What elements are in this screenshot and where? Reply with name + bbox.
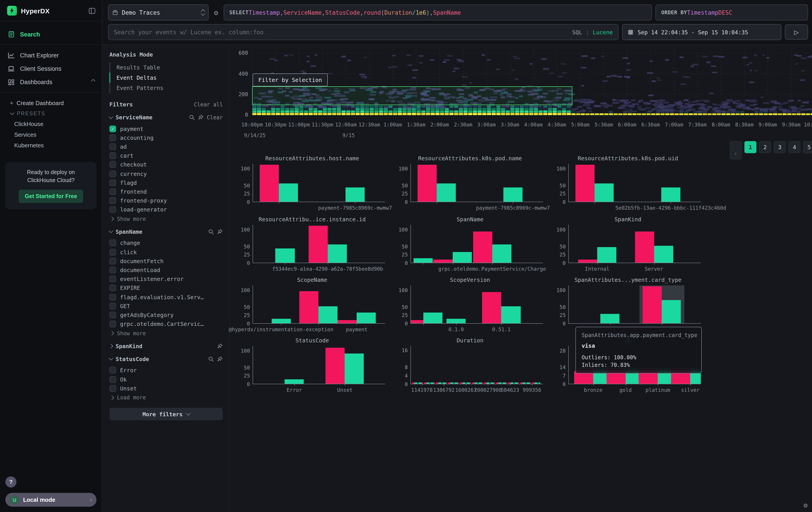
filter-group-name[interactable]: StatusCode [116, 356, 205, 362]
chart-bar-inlier[interactable] [357, 313, 376, 323]
filter-option-documentload[interactable]: documentLoad [109, 266, 223, 274]
chart-bar-inlier[interactable] [423, 313, 442, 323]
page-button-2[interactable]: 2 [759, 141, 771, 153]
run-query-button[interactable]: ▷ [785, 25, 808, 39]
filter-option-accounting[interactable]: accounting [109, 133, 223, 142]
chart-bar-outlier[interactable] [326, 348, 345, 384]
chart-bar-outlier[interactable] [309, 226, 327, 263]
chart-plot[interactable]: 0.1.00.51.1 [410, 286, 543, 324]
sidebar-item-client-sessions[interactable]: Client Sessions [0, 62, 102, 75]
filter-group-name[interactable]: ServiceName [116, 114, 186, 120]
filter-option-currency[interactable]: currency [109, 169, 223, 178]
clear-all-button[interactable]: Clear all [194, 101, 223, 108]
filter-option-grpc-oteldemo-cartservic-[interactable]: grpc.oteldemo.CartServic… [109, 319, 223, 328]
filter-option-click[interactable]: click [109, 247, 223, 257]
sidebar-item-search[interactable]: Search [0, 28, 102, 41]
checkbox[interactable] [109, 206, 116, 213]
chart-bar-inlier[interactable] [453, 252, 472, 263]
order-by-input[interactable]: ORDER BY Timestamp DESC [656, 4, 808, 21]
chart-bar-inlier[interactable] [594, 184, 614, 202]
filter-group-name[interactable]: SpanKind [116, 343, 214, 350]
page-button-3[interactable]: 3 [774, 141, 786, 153]
filter-option-frontend-proxy[interactable]: frontend-proxy [109, 196, 223, 205]
heatmap-selection-rect[interactable] [252, 86, 572, 105]
chart-bar-inlier[interactable] [346, 187, 365, 202]
chart-bar-inlier[interactable] [662, 300, 681, 323]
chart-plot[interactable]: InternalServer [568, 225, 701, 263]
sidebar-item-kubernetes[interactable]: Kubernetes [0, 140, 102, 151]
checkbox[interactable] [109, 152, 116, 159]
chart-bar-inlier[interactable] [661, 187, 680, 202]
chart-bar-outlier[interactable] [260, 165, 279, 202]
sidebar-item-dashboards[interactable]: Dashboards [0, 75, 102, 89]
checkbox[interactable] [109, 170, 116, 177]
checkbox[interactable] [109, 303, 116, 309]
checkbox[interactable] [109, 367, 116, 374]
chart-bar-outlier[interactable] [299, 291, 318, 323]
checkbox[interactable] [109, 276, 116, 282]
create-dashboard-button[interactable]: + Create Dashboard [0, 97, 102, 109]
search-icon[interactable] [208, 229, 214, 235]
checkbox[interactable] [109, 294, 116, 300]
chart-bar-inlier[interactable] [597, 247, 616, 263]
clear-filter-button[interactable]: Clear [207, 114, 223, 120]
source-settings-gear-icon[interactable]: ⚙ [212, 8, 220, 17]
filter-option-change[interactable]: change [109, 239, 223, 247]
filter-option-unset[interactable]: Unset [109, 384, 223, 393]
chart-bar-outlier[interactable] [575, 165, 594, 202]
pin-icon[interactable] [217, 229, 223, 235]
chart-bar-inlier[interactable] [328, 245, 347, 263]
analysis-mode-option-event-deltas[interactable]: Event Deltas [109, 73, 223, 83]
checkbox[interactable] [109, 249, 116, 255]
chart-bar-inlier[interactable] [654, 246, 673, 263]
chart-bar-outlier[interactable] [417, 165, 437, 202]
more-filters-button[interactable]: More filters [109, 408, 223, 421]
filter-option-expire[interactable]: EXPIRE [109, 284, 223, 293]
chevron-right-icon[interactable] [109, 344, 113, 348]
page-prev-button[interactable]: ‹ [730, 141, 742, 159]
chart-plot[interactable]: 5e02b5fb-13ae-4296-bbbc-111f423c460d [568, 164, 701, 202]
chart-bar-inlier[interactable] [276, 248, 295, 263]
show-more-button[interactable]: Show more [109, 329, 223, 336]
sidebar-item-services[interactable]: Services [0, 129, 102, 140]
show-more-button[interactable]: Load more [109, 393, 223, 401]
chart-bar-inlier[interactable] [318, 306, 338, 323]
chart-bar-outlier[interactable] [338, 320, 357, 323]
checkbox[interactable] [109, 258, 116, 265]
show-more-button[interactable]: Show more [109, 214, 223, 222]
chart-strip-bars[interactable] [412, 382, 540, 384]
checkbox[interactable] [109, 376, 116, 383]
pin-icon[interactable] [217, 343, 223, 349]
filter-group-name[interactable]: SpanName [116, 228, 205, 235]
filter-option-error[interactable]: Error [109, 366, 223, 375]
chart-bar-outlier[interactable] [433, 259, 453, 263]
filter-option-flagd[interactable]: flagd [109, 178, 223, 187]
chart-plot[interactable]: f5344ec9-a1ea-4290-a62a-78f5bee8d90b [253, 225, 385, 263]
search-input[interactable]: Search your events w/ Lucene ex. column:… [108, 24, 618, 40]
events-heatmap[interactable] [252, 49, 812, 116]
sidebar-item-chart-explorer[interactable]: Chart Explorer [0, 49, 102, 62]
presets-toggle[interactable]: PRESETS [0, 109, 102, 118]
pin-icon[interactable] [198, 114, 204, 120]
filter-option-cart[interactable]: cart [109, 151, 223, 160]
checkbox[interactable] [109, 285, 116, 291]
checkbox[interactable] [109, 134, 116, 141]
page-button-4[interactable]: 4 [788, 141, 801, 153]
chart-bar-inlier[interactable] [413, 258, 433, 263]
checkbox[interactable] [109, 188, 116, 195]
chart-bar-outlier[interactable] [578, 259, 597, 263]
analysis-mode-option-event-patterns[interactable]: Event Patterns [109, 83, 223, 93]
chevron-down-icon[interactable] [109, 229, 113, 233]
filter-option-flagd-evaluation-v1-serv-[interactable]: flagd.evaluation.v1.Serv… [109, 293, 223, 301]
chart-plot[interactable]: @hyperdx/instrumentation-exceptionpaymen… [253, 286, 385, 324]
filter-option-eventlistener-error[interactable]: eventListener.error [109, 274, 223, 284]
source-select[interactable]: Demo Traces [108, 4, 208, 21]
chart-bar-outlier[interactable] [473, 232, 492, 263]
checkbox[interactable] [109, 321, 116, 327]
search-icon[interactable] [189, 114, 195, 120]
search-icon[interactable] [208, 356, 214, 362]
date-range-input[interactable]: Sep 14 22:04:35 - Sep 15 10:04:35 [622, 24, 781, 40]
chart-bar-outlier[interactable] [411, 320, 423, 323]
sql-mode-button[interactable]: SQL [572, 29, 582, 35]
chart-bar-outlier[interactable] [482, 292, 501, 323]
